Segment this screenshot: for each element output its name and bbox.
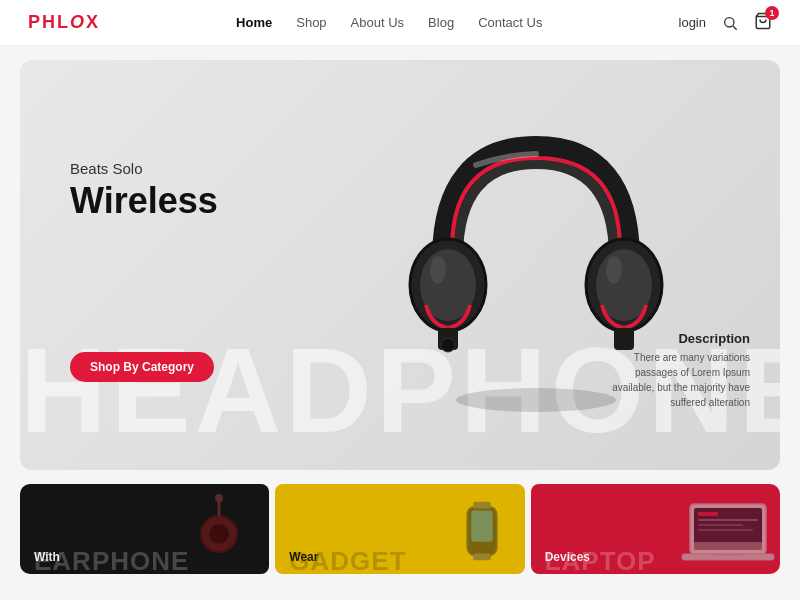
gadget-card[interactable]: Wear GADGET xyxy=(275,484,524,574)
svg-rect-28 xyxy=(698,529,753,531)
header: PHLOX Home Shop About Us Blog Contact Us… xyxy=(0,0,800,46)
svg-point-0 xyxy=(725,17,734,26)
search-icon[interactable] xyxy=(722,15,738,31)
hero-description: Description There are many variations pa… xyxy=(590,331,750,410)
category-cards: With EARPHONE Wear GADGET xyxy=(20,484,780,574)
cart-count: 1 xyxy=(765,6,779,20)
gadget-card-label: Wear xyxy=(289,550,510,564)
hero-banner: HEADPHONE xyxy=(20,60,780,470)
svg-point-16 xyxy=(209,524,229,544)
earphone-card-content: With xyxy=(34,550,255,564)
description-title: Description xyxy=(590,331,750,346)
gadget-card-content: Wear xyxy=(289,550,510,564)
logo: PHLOX xyxy=(28,12,100,33)
svg-rect-26 xyxy=(698,519,758,521)
description-body: There are many variations passages of Lo… xyxy=(590,350,750,410)
nav-blog[interactable]: Blog xyxy=(428,15,454,30)
nav-shop[interactable]: Shop xyxy=(296,15,326,30)
svg-point-8 xyxy=(441,338,455,352)
earphone-card[interactable]: With EARPHONE xyxy=(20,484,269,574)
nav-about[interactable]: About Us xyxy=(351,15,404,30)
svg-point-18 xyxy=(215,494,223,502)
nav-contact[interactable]: Contact Us xyxy=(478,15,542,30)
login-link[interactable]: login xyxy=(679,15,706,30)
laptop-card-content: Devices xyxy=(545,550,766,564)
laptop-card-label: Devices xyxy=(545,550,766,564)
svg-rect-21 xyxy=(473,502,491,509)
main-nav: Home Shop About Us Blog Contact Us xyxy=(236,15,542,30)
hero-title: Wireless xyxy=(70,181,218,221)
laptop-card[interactable]: Devices LAPTOP xyxy=(531,484,780,574)
svg-point-14 xyxy=(606,256,622,284)
header-actions: login 1 xyxy=(679,12,772,34)
earphone-card-label: With xyxy=(34,550,255,564)
hero-text: Beats Solo Wireless xyxy=(70,160,218,221)
shop-by-category-button[interactable]: Shop By Category xyxy=(70,352,214,382)
nav-home[interactable]: Home xyxy=(236,15,272,30)
svg-line-1 xyxy=(733,26,737,30)
svg-rect-31 xyxy=(694,542,762,550)
svg-rect-27 xyxy=(698,524,743,526)
cart-button[interactable]: 1 xyxy=(754,12,772,34)
svg-point-13 xyxy=(430,256,446,284)
svg-rect-20 xyxy=(471,511,492,542)
hero-subtitle: Beats Solo xyxy=(70,160,218,177)
svg-rect-25 xyxy=(698,512,718,516)
